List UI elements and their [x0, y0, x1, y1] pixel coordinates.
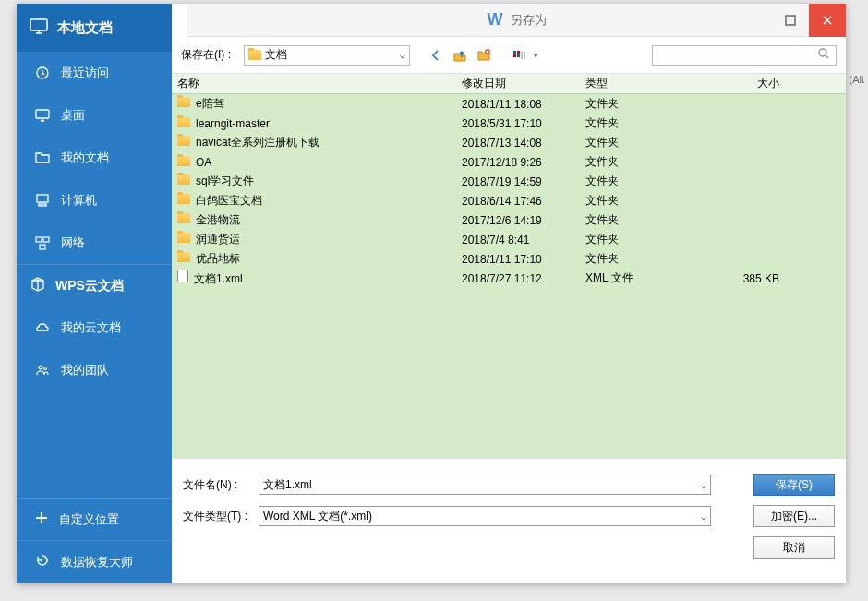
sidebar-item-team[interactable]: 我的团队	[17, 349, 172, 391]
view-list-button[interactable]	[508, 44, 530, 66]
column-date[interactable]: 修改日期	[456, 76, 580, 91]
file-name: 优品地标	[196, 252, 240, 265]
file-type: 文件夹	[580, 154, 704, 170]
svg-rect-12	[513, 51, 516, 54]
file-row[interactable]: 润通货运2018/7/4 8:41文件夹	[172, 230, 846, 249]
file-date: 2018/5/31 17:10	[456, 117, 580, 130]
sidebar-item-label: 我的云文档	[61, 319, 121, 336]
dialog-title: 另存为	[511, 12, 547, 29]
sidebar-custom-location[interactable]: 自定义位置	[17, 498, 172, 540]
location-combo[interactable]: 文档 ⌵	[244, 45, 410, 66]
file-row[interactable]: OA2017/12/18 9:26文件夹	[172, 152, 846, 172]
maximize-button[interactable]	[772, 4, 809, 37]
cancel-button[interactable]: 取消	[753, 536, 835, 559]
list-header: 名称 修改日期 类型 大小	[172, 74, 846, 94]
file-name: OA	[196, 156, 211, 169]
folder-icon	[177, 136, 190, 146]
svg-rect-6	[36, 237, 42, 242]
back-button[interactable]	[425, 44, 447, 66]
close-button[interactable]	[809, 4, 846, 37]
file-icon	[177, 270, 188, 282]
sidebar-item-network[interactable]: 网络	[17, 222, 172, 264]
encrypt-button[interactable]: 加密(E)...	[753, 505, 835, 527]
file-row[interactable]: 金港物流2017/12/6 14:19文件夹	[172, 210, 846, 230]
sidebar-header-label: 本地文档	[57, 19, 113, 37]
sidebar-item-desktop[interactable]: 桌面	[17, 94, 172, 137]
plus-icon	[35, 511, 48, 527]
file-row[interactable]: navicat全系列注册机下载2018/7/13 14:08文件夹	[172, 133, 846, 152]
chevron-down-icon: ⌵	[400, 50, 405, 60]
sidebar-item-recent[interactable]: 最近访问	[17, 52, 172, 94]
file-name: e陪驾	[196, 97, 224, 110]
cube-icon	[30, 276, 46, 295]
folder-icon	[177, 156, 190, 166]
folder-icon	[177, 233, 190, 243]
file-type: 文件夹	[580, 251, 704, 267]
up-button[interactable]	[449, 44, 471, 66]
file-row[interactable]: 文档1.xml2018/7/27 11:12XML 文件385 KB	[172, 269, 846, 288]
file-type: 文件夹	[580, 212, 704, 228]
filetype-combo[interactable]: Word XML 文档(*.xml) ⌵	[259, 506, 711, 526]
column-name[interactable]: 名称	[172, 76, 456, 91]
file-type: 文件夹	[580, 232, 704, 247]
svg-rect-4	[37, 195, 48, 202]
file-type: 文件夹	[580, 135, 704, 150]
filename-label: 文件名(N) :	[183, 477, 249, 493]
sidebar-data-recovery[interactable]: 数据恢复大师	[17, 540, 172, 583]
sidebar-header-cloud: WPS云文档	[17, 264, 172, 307]
filename-combo[interactable]: 文档1.xml ⌵	[259, 475, 711, 495]
svg-point-9	[39, 366, 42, 369]
search-input[interactable]	[658, 49, 817, 62]
file-type: 文件夹	[580, 115, 704, 131]
sidebar-footer-label: 自定义位置	[59, 511, 119, 528]
file-date: 2018/1/11 17:10	[456, 253, 580, 266]
file-row[interactable]: learngit-master2018/5/31 17:10文件夹	[172, 114, 846, 133]
chevron-down-icon[interactable]: ▾	[534, 51, 538, 60]
folder-icon	[177, 213, 190, 223]
column-size[interactable]: 大小	[704, 76, 785, 91]
titlebar-title-group: W 另存为	[488, 10, 547, 30]
sidebar: 本地文档 最近访问 桌面 我的文档 计算机	[17, 4, 172, 583]
file-name: learngit-master	[196, 117, 270, 130]
folder-icon	[177, 252, 190, 262]
file-type: 文件夹	[580, 193, 704, 209]
file-row[interactable]: e陪驾2018/1/11 18:08文件夹	[172, 94, 846, 114]
sidebar-item-label: 我的团队	[61, 362, 109, 379]
folder-icon	[177, 174, 190, 185]
sidebar-item-documents[interactable]: 我的文档	[17, 137, 172, 179]
file-date: 2018/1/11 18:08	[456, 98, 580, 111]
recovery-icon	[35, 553, 50, 571]
file-date: 2018/7/4 8:41	[456, 234, 580, 246]
sidebar-item-computer[interactable]: 计算机	[17, 179, 172, 222]
file-type: XML 文件	[580, 270, 704, 286]
computer-icon	[35, 193, 50, 208]
search-box[interactable]	[652, 45, 837, 66]
file-date: 2017/12/18 9:26	[456, 156, 580, 169]
app-icon: W	[488, 10, 503, 30]
list-body[interactable]: e陪驾2018/1/11 18:08文件夹learngit-master2018…	[172, 94, 846, 458]
column-type[interactable]: 类型	[580, 76, 704, 91]
new-folder-button[interactable]	[473, 44, 495, 66]
cloud-icon	[35, 320, 50, 335]
file-row[interactable]: sql学习文件2018/7/19 14:59文件夹	[172, 172, 846, 191]
file-row[interactable]: 优品地标2018/1/11 17:10文件夹	[172, 249, 846, 269]
svg-rect-5	[39, 204, 46, 206]
folder-icon	[177, 194, 190, 204]
filetype-value: Word XML 文档(*.xml)	[263, 509, 372, 524]
toolbar: 保存在(I) : 文档 ⌵ ▾	[172, 37, 846, 74]
folder-icon	[35, 150, 50, 165]
file-name: navicat全系列注册机下载	[196, 136, 319, 149]
sidebar-item-cloud-docs[interactable]: 我的云文档	[17, 307, 172, 349]
bottom-form: 文件名(N) : 文档1.xml ⌵ 保存(S) 文件类型(T) : Word …	[172, 458, 846, 583]
sidebar-footer-label: 数据恢复大师	[61, 554, 133, 571]
save-button[interactable]: 保存(S)	[753, 474, 835, 496]
file-date: 2018/6/14 17:46	[456, 195, 580, 208]
file-name: 白鸽医宝文档	[196, 194, 262, 207]
search-icon	[817, 47, 830, 63]
file-date: 2017/12/6 14:19	[456, 214, 580, 227]
file-row[interactable]: 白鸽医宝文档2018/6/14 17:46文件夹	[172, 191, 846, 210]
save-as-dialog: W 另存为 本地文档 最近访问	[17, 4, 846, 583]
filename-value: 文档1.xml	[263, 477, 312, 493]
file-name: 金港物流	[196, 213, 240, 226]
svg-point-10	[44, 367, 47, 370]
